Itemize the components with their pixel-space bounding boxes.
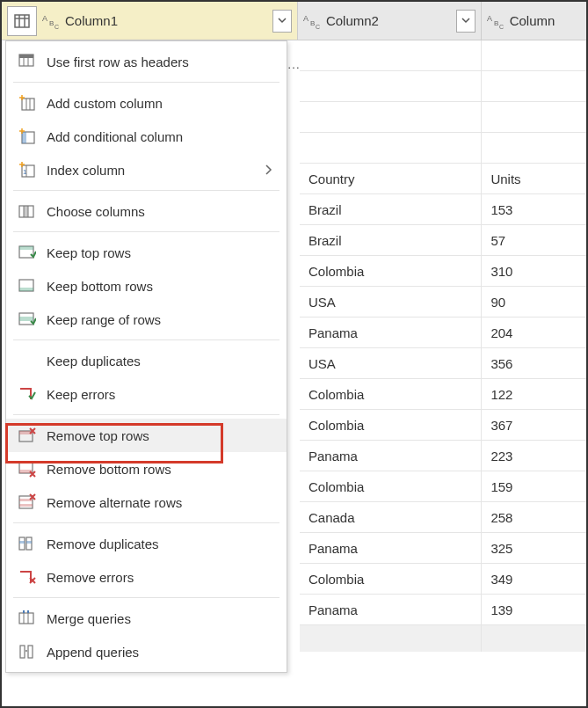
- table-row[interactable]: Panama223: [300, 441, 586, 471]
- cell[interactable]: 367: [482, 410, 586, 440]
- menu-item-remove-bottom-rows[interactable]: Remove bottom rows: [6, 452, 287, 485]
- cell[interactable]: Country: [300, 164, 482, 193]
- cell[interactable]: [300, 133, 482, 163]
- cell[interactable]: Panama: [300, 533, 482, 563]
- cell[interactable]: 223: [482, 441, 586, 471]
- column-header-3[interactable]: Column: [482, 2, 586, 40]
- menu-label: Append queries: [47, 645, 279, 660]
- cell[interactable]: 159: [482, 471, 586, 501]
- cell[interactable]: Colombia: [300, 256, 482, 286]
- cell[interactable]: 90: [482, 287, 586, 317]
- cell[interactable]: [300, 102, 482, 132]
- cell[interactable]: [300, 71, 482, 101]
- cell[interactable]: 310: [482, 256, 586, 286]
- menu-item-keep-top-rows[interactable]: Keep top rows: [6, 236, 287, 269]
- cell[interactable]: [300, 40, 482, 70]
- remove-top-icon: [13, 423, 41, 448]
- menu-separator: [13, 522, 279, 523]
- cell[interactable]: Panama: [300, 441, 482, 471]
- table-row[interactable]: [300, 133, 586, 164]
- menu-item-remove-top-rows[interactable]: Remove top rows: [6, 419, 287, 452]
- cell[interactable]: Brazil: [300, 194, 482, 224]
- cell[interactable]: 325: [482, 533, 586, 563]
- table-row[interactable]: USA356: [300, 348, 586, 379]
- cell[interactable]: 153: [482, 194, 586, 224]
- table-row[interactable]: Panama325: [300, 533, 586, 564]
- cell[interactable]: 258: [482, 502, 586, 532]
- table-row[interactable]: Canada258: [300, 502, 586, 533]
- remove-bottom-icon: [13, 456, 41, 481]
- table-row[interactable]: Brazil57: [300, 225, 586, 256]
- cell[interactable]: [482, 102, 586, 132]
- cell[interactable]: 356: [482, 348, 586, 378]
- menu-label: Remove errors: [47, 570, 279, 585]
- remove-dup-icon: [13, 531, 41, 556]
- cell[interactable]: 57: [482, 225, 586, 255]
- table-row[interactable]: Colombia159: [300, 471, 586, 502]
- keep-range-icon: [13, 307, 41, 332]
- cell[interactable]: [482, 40, 586, 70]
- menu-label: Keep duplicates: [47, 354, 279, 369]
- menu-label: Choose columns: [47, 204, 279, 219]
- menu-item-keep-bottom-rows[interactable]: Keep bottom rows: [6, 269, 287, 303]
- table-row[interactable]: Panama204: [300, 318, 586, 348]
- table-row[interactable]: CountryUnits: [300, 164, 586, 194]
- cell[interactable]: 139: [482, 595, 586, 624]
- keep-errors-icon: [13, 382, 41, 406]
- menu-label: Remove bottom rows: [47, 462, 279, 477]
- table-row[interactable]: [300, 40, 586, 71]
- menu-item-remove-alternate-rows[interactable]: Remove alternate rows: [6, 485, 287, 519]
- cell[interactable]: USA: [300, 287, 482, 317]
- cell[interactable]: Panama: [300, 318, 482, 347]
- menu-item-keep-range-of-rows[interactable]: Keep range of rows: [6, 303, 287, 336]
- menu-item-remove-duplicates[interactable]: Remove duplicates: [6, 527, 287, 560]
- remove-err-icon: [13, 565, 41, 589]
- menu-item-append-queries[interactable]: Append queries: [6, 635, 287, 668]
- menu-item-use-first-row-as-headers[interactable]: Use first row as headers: [6, 45, 287, 78]
- cell[interactable]: [482, 71, 586, 101]
- table-row[interactable]: [300, 102, 586, 133]
- headers-icon: [13, 49, 41, 74]
- table-row[interactable]: Colombia310: [300, 256, 586, 287]
- table-context-menu: Use first row as headersAdd custom colum…: [5, 40, 287, 673]
- table-row[interactable]: Colombia349: [300, 564, 586, 595]
- menu-label: Add custom column: [47, 96, 279, 111]
- cell[interactable]: Colombia: [300, 410, 482, 440]
- menu-item-choose-columns[interactable]: Choose columns: [6, 194, 287, 228]
- cell[interactable]: Canada: [300, 502, 482, 532]
- menu-item-keep-duplicates[interactable]: Keep duplicates: [6, 344, 287, 377]
- menu-item-keep-errors[interactable]: Keep errors: [6, 377, 287, 411]
- cell[interactable]: 349: [482, 564, 586, 594]
- menu-label: Keep bottom rows: [47, 279, 279, 294]
- blank-icon: [13, 348, 41, 373]
- cell[interactable]: Colombia: [300, 471, 482, 501]
- menu-item-add-conditional-column[interactable]: Add conditional column: [6, 120, 287, 153]
- menu-item-remove-errors[interactable]: Remove errors: [6, 560, 287, 594]
- column-header-1[interactable]: Column1: [2, 2, 298, 40]
- column-header-2[interactable]: Column2: [298, 2, 482, 40]
- cell[interactable]: Colombia: [300, 564, 482, 594]
- cell[interactable]: Brazil: [300, 225, 482, 255]
- table-row[interactable]: [300, 71, 586, 102]
- table-row[interactable]: USA90: [300, 287, 586, 318]
- menu-item-add-custom-column[interactable]: Add custom column: [6, 86, 287, 120]
- table-row[interactable]: Panama139: [300, 595, 586, 625]
- menu-item-index-column[interactable]: Index column: [6, 153, 287, 186]
- cell[interactable]: 204: [482, 318, 586, 347]
- cell[interactable]: Units: [482, 164, 586, 193]
- table-row[interactable]: Colombia122: [300, 379, 586, 410]
- menu-item-merge-queries[interactable]: Merge queries: [6, 602, 287, 635]
- cell[interactable]: [482, 133, 586, 163]
- column1-filter-dropdown[interactable]: [272, 10, 292, 33]
- cell[interactable]: 122: [482, 379, 586, 409]
- table-row[interactable]: Colombia367: [300, 410, 586, 441]
- remove-alt-icon: [13, 490, 41, 515]
- cell[interactable]: Colombia: [300, 379, 482, 409]
- table-row[interactable]: Brazil153: [300, 194, 586, 225]
- cell[interactable]: Panama: [300, 595, 482, 624]
- column1-title: Column1: [65, 13, 272, 28]
- column2-filter-dropdown[interactable]: [456, 10, 475, 33]
- table-menu-icon[interactable]: [7, 6, 37, 36]
- grid-footer: [300, 625, 586, 652]
- cell[interactable]: USA: [300, 348, 482, 378]
